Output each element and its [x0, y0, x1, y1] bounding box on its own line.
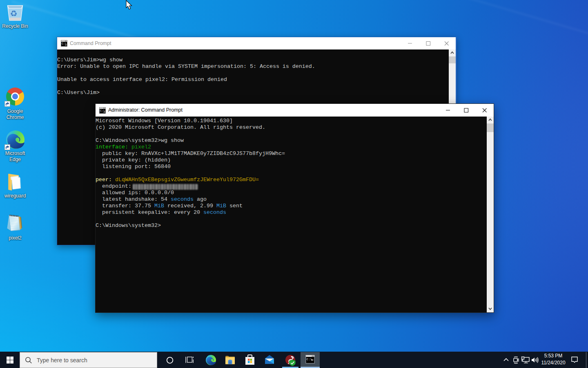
svg-text:♻: ♻: [10, 9, 18, 18]
svg-text:C:\: C:\: [307, 358, 312, 361]
